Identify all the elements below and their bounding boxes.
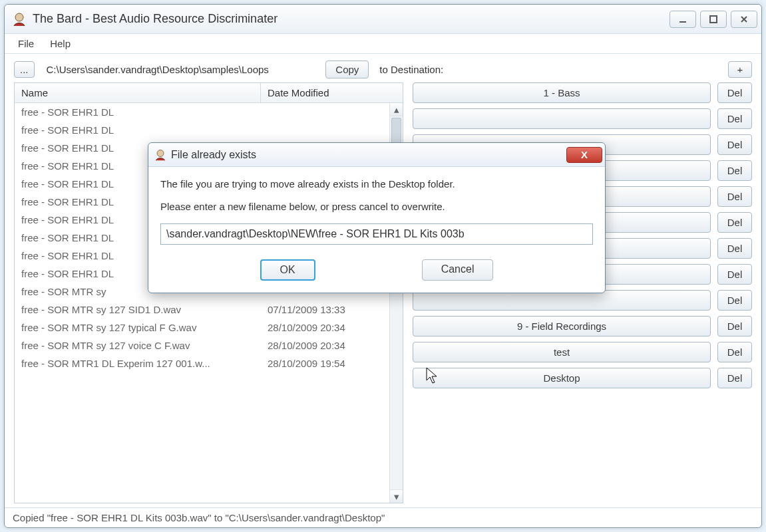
- column-name[interactable]: Name: [15, 83, 261, 102]
- copy-button[interactable]: Copy: [325, 61, 369, 78]
- dialog-body: The file you are trying to move already …: [148, 167, 605, 293]
- table-row: free - SOR EHR1 DL: [15, 121, 403, 139]
- delete-button[interactable]: Del: [717, 212, 752, 233]
- table-row: free - SOR MTR sy 127 voice C F.wav28/10…: [15, 336, 403, 354]
- delete-button[interactable]: Del: [717, 368, 752, 388]
- scroll-down-icon[interactable]: ▾: [390, 489, 403, 503]
- current-path: C:\Users\sander.vandragt\Desktop\samples…: [41, 61, 319, 78]
- add-destination-button[interactable]: +: [728, 61, 752, 78]
- delete-button[interactable]: Del: [717, 82, 752, 103]
- table-row: free - SOR MTR sy 127 typical F G.wav28/…: [15, 319, 403, 336]
- delete-button[interactable]: Del: [717, 238, 752, 259]
- destination-button[interactable]: [413, 108, 711, 129]
- delete-button[interactable]: Del: [717, 290, 752, 311]
- to-destination-label: to Destination:: [375, 64, 447, 75]
- svg-rect-1: [679, 21, 686, 23]
- minimize-button[interactable]: [670, 11, 696, 28]
- title-bar[interactable]: The Bard - Best Audio Resource Discrimin…: [5, 5, 761, 34]
- dialog-close-button[interactable]: X: [566, 147, 602, 163]
- status-text: Copied "free - SOR EHR1 DL Kits 003b.wav…: [13, 512, 385, 523]
- delete-button[interactable]: Del: [717, 316, 752, 336]
- delete-button[interactable]: Del: [717, 160, 752, 181]
- menu-file[interactable]: File: [10, 35, 42, 52]
- status-bar: Copied "free - SOR EHR1 DL Kits 003b.wav…: [5, 507, 761, 527]
- table-row: free - SOR MTR1 DL Experim 127 001.w...2…: [15, 354, 403, 372]
- svg-point-0: [15, 13, 23, 21]
- app-icon: [11, 11, 27, 27]
- cancel-button[interactable]: Cancel: [422, 259, 494, 281]
- file-exists-dialog: File already exists X The file you are t…: [148, 142, 606, 293]
- close-icon: X: [581, 149, 588, 160]
- dialog-message-2: Please enter a new filename below, or pr…: [160, 200, 593, 213]
- destination-button[interactable]: test: [413, 342, 711, 362]
- delete-button[interactable]: Del: [717, 108, 752, 129]
- destination-button[interactable]: [413, 290, 711, 311]
- table-row: free - SOR EHR1 DL: [15, 103, 403, 121]
- dialog-title: File already exists: [171, 149, 566, 161]
- column-date-modified[interactable]: Date Modified: [261, 83, 403, 102]
- close-button[interactable]: [731, 11, 757, 28]
- menu-bar: File Help: [5, 34, 761, 54]
- toolbar: ... C:\Users\sander.vandragt\Desktop\sam…: [14, 61, 752, 78]
- svg-rect-2: [710, 16, 717, 23]
- svg-point-3: [157, 150, 164, 156]
- destination-button[interactable]: 9 - Field Recordings: [413, 316, 711, 336]
- menu-help[interactable]: Help: [42, 35, 79, 52]
- ok-button[interactable]: OK: [260, 259, 315, 281]
- delete-button[interactable]: Del: [717, 186, 752, 207]
- dialog-title-bar[interactable]: File already exists X: [148, 143, 605, 167]
- list-header: Name Date Modified: [15, 83, 403, 103]
- dialog-app-icon: [154, 148, 167, 162]
- table-row: free - SOR MTR sy 127 SID1 D.wav07/11/20…: [15, 301, 403, 319]
- scroll-up-icon[interactable]: ▴: [390, 103, 403, 116]
- browse-button[interactable]: ...: [14, 61, 35, 78]
- delete-button[interactable]: Del: [717, 342, 752, 362]
- destination-button[interactable]: 1 - Bass: [413, 82, 711, 103]
- maximize-button[interactable]: [700, 11, 727, 28]
- dialog-message-1: The file you are trying to move already …: [160, 178, 593, 191]
- window-title: The Bard - Best Audio Resource Discrimin…: [33, 12, 666, 26]
- destination-button[interactable]: Desktop: [413, 368, 711, 388]
- filename-input[interactable]: [160, 223, 593, 245]
- delete-button[interactable]: Del: [717, 134, 752, 155]
- delete-button[interactable]: Del: [717, 264, 752, 285]
